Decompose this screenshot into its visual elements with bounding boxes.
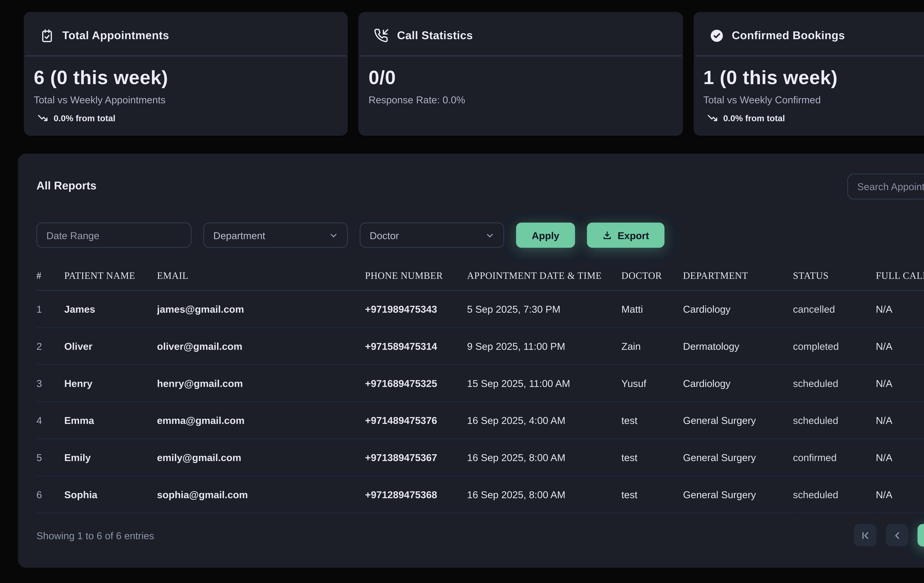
card-value: 6 (0 this week) [24,56,348,89]
card-total-appointments: Total Appointments 6 (0 this week) Total… [24,12,348,136]
table-row: 4 Emma emma@gmail.com +971489475376 16 S… [36,402,924,439]
header-row: # PATIENT NAME EMAIL PHONE NUMBER APPOIN… [36,261,924,291]
card-header: Confirmed Bookings [693,26,924,45]
cell-email: emily@gmail.com [157,439,365,476]
download-icon [602,230,612,240]
cell-full-call: N/A [876,476,924,513]
doctor-select[interactable]: Doctor [360,223,504,248]
cell-phone-number: +971389475367 [365,439,467,476]
first-page-icon [860,530,870,540]
cell-row-number: 4 [36,402,64,439]
cell-email: james@gmail.com [157,291,365,328]
card-value: 1 (0 this week) [693,56,924,89]
card-subtitle: Total vs Weekly Appointments [24,89,348,105]
col-header-email: EMAIL [157,261,365,291]
trending-down-icon [707,112,718,124]
date-range-input[interactable] [36,223,191,248]
prev-page-button[interactable] [886,524,908,547]
apply-button[interactable]: Apply [516,223,575,248]
cell-email: emma@gmail.com [157,402,365,439]
pagination: 1 [854,524,924,547]
cell-phone-number: +971289475368 [365,476,467,513]
cell-full-call: N/A [876,365,924,402]
doctor-select-label: Doctor [370,230,399,241]
card-confirmed-bookings: Confirmed Bookings 1 (0 this week) Total… [693,12,924,136]
cell-row-number: 2 [36,328,64,365]
card-title: Call Statistics [397,29,473,43]
cell-phone-number: +971489475376 [365,402,467,439]
card-call-statistics: Call Statistics 0/0 Response Rate: 0.0% [359,12,683,136]
cell-doctor: Zain [622,328,683,365]
cell-email: oliver@gmail.com [157,328,365,365]
dashboard-page: Total Appointments 6 (0 this week) Total… [0,0,924,583]
col-header-full-call: FULL CALL [876,261,924,291]
col-header-department: DEPARTMENT [683,261,793,291]
table-row: 1 James james@gmail.com +971989475343 5 … [36,291,924,328]
cell-patient-name: Sophia [64,476,157,513]
cell-status: cancelled [793,291,876,328]
card-value: 0/0 [359,56,683,89]
appointments-table: # PATIENT NAME EMAIL PHONE NUMBER APPOIN… [36,261,924,513]
cell-email: henry@gmail.com [157,365,365,402]
cell-department: General Surgery [683,402,793,439]
first-page-button[interactable] [854,524,876,547]
department-select-label: Department [213,230,265,241]
stat-cards-row: Total Appointments 6 (0 this week) Total… [0,0,924,136]
reports-title: All Reports [36,179,96,193]
card-trend: 0.0% from total [24,105,348,124]
phone-incoming-icon [375,28,389,43]
prev-page-icon [892,530,902,540]
cell-department: General Surgery [683,476,793,513]
page-1-button[interactable]: 1 [917,524,924,547]
cell-department: Cardiology [683,291,793,328]
cell-full-call: N/A [876,439,924,476]
cell-doctor: Yusuf [622,365,683,402]
cell-appointment-datetime: 16 Sep 2025, 8:00 AM [467,439,621,476]
table-body: 1 James james@gmail.com +971989475343 5 … [36,291,924,513]
card-title: Confirmed Bookings [732,29,845,43]
cell-status: scheduled [793,476,876,513]
table-row: 5 Emily emily@gmail.com +971389475367 16… [36,439,924,476]
cell-email: sophia@gmail.com [157,476,365,513]
cell-department: Cardiology [683,365,793,402]
cell-row-number: 6 [36,476,64,513]
col-header-phone-number: PHONE NUMBER [365,261,467,291]
cell-doctor: test [622,402,683,439]
col-header-patient-name: PATIENT NAME [64,261,157,291]
card-title: Total Appointments [62,29,169,43]
card-trend: 0.0% from total [693,105,924,124]
export-button[interactable]: Export [587,223,664,248]
cell-appointment-datetime: 16 Sep 2025, 4:00 AM [467,402,621,439]
cell-doctor: test [622,476,683,513]
cell-appointment-datetime: 16 Sep 2025, 8:00 AM [467,476,621,513]
trending-down-icon [37,112,48,124]
search-appointments-input[interactable] [847,173,924,199]
cell-row-number: 1 [36,291,64,328]
chevron-down-icon [329,231,338,239]
cell-phone-number: +971689475325 [365,365,467,402]
col-header-appointment-datetime: APPOINTMENT DATE & TIME [467,261,621,291]
cell-department: Dermatology [683,328,793,365]
export-button-label: Export [618,230,649,241]
cell-department: General Surgery [683,439,793,476]
cell-doctor: test [622,439,683,476]
all-reports-panel: All Reports Department Doctor Apply Expo… [18,154,924,568]
entries-summary: Showing 1 to 6 of 6 entries [36,530,154,541]
reports-header: All Reports [36,154,924,201]
department-select[interactable]: Department [203,223,348,248]
table-footer: Showing 1 to 6 of 6 entries 1 [36,513,924,557]
cell-appointment-datetime: 9 Sep 2025, 11:00 PM [467,328,621,365]
table-row: 6 Sophia sophia@gmail.com +971289475368 … [36,476,924,513]
cell-appointment-datetime: 15 Sep 2025, 11:00 AM [467,365,621,402]
cell-full-call: N/A [876,402,924,439]
card-subtitle: Total vs Weekly Confirmed [693,89,924,105]
cell-patient-name: Oliver [64,328,157,365]
card-subtitle: Response Rate: 0.0% [359,89,683,105]
card-header: Call Statistics [359,26,683,45]
cell-status: completed [793,328,876,365]
cell-patient-name: Emma [64,402,157,439]
cell-status: confirmed [793,439,876,476]
cell-patient-name: Henry [64,365,157,402]
cell-status: scheduled [793,402,876,439]
cell-patient-name: James [64,291,157,328]
